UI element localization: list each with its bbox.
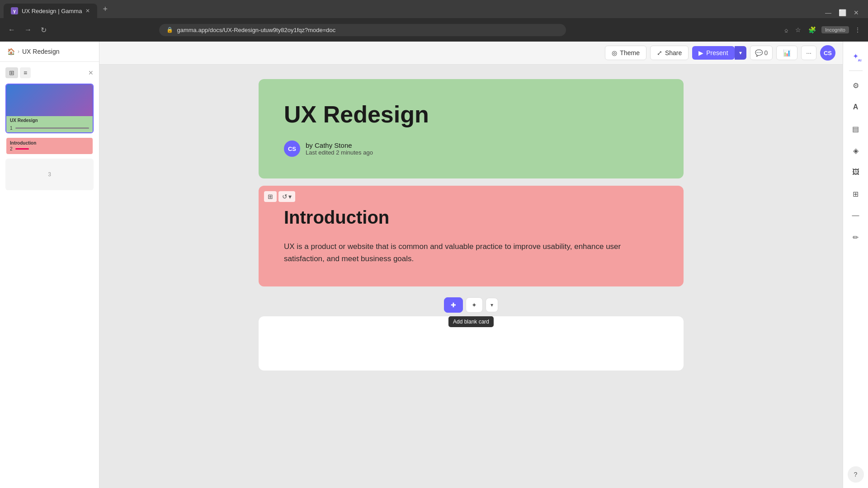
cast-icon[interactable]: ⎐ bbox=[783, 24, 790, 35]
divider-sidebar-button[interactable]: — bbox=[847, 206, 865, 225]
slide-thumb-3[interactable]: 3 bbox=[5, 159, 94, 190]
maximize-button[interactable]: ⬜ bbox=[837, 7, 848, 18]
active-tab: γ UX Redesign | Gamma ✕ bbox=[4, 4, 97, 18]
add-blank-card-button[interactable]: ✚ bbox=[444, 297, 463, 313]
settings-sidebar-button[interactable]: ⚙ bbox=[847, 76, 865, 94]
incognito-badge: Incognito bbox=[821, 26, 849, 33]
breadcrumb-arrow: › bbox=[18, 48, 19, 55]
forward-button[interactable]: → bbox=[22, 24, 34, 36]
slides-panel: ⊞ ≡ ✕ UX Redesign 1 Introduction bbox=[0, 62, 99, 488]
card-author-name: by Cathy Stone bbox=[306, 141, 373, 149]
browser-right-icons: ⎐ ☆ 🧩 Incognito ⋮ bbox=[783, 24, 863, 35]
avatar-initials: CS bbox=[824, 50, 832, 56]
menu-button[interactable]: ⋮ bbox=[853, 24, 863, 35]
present-icon: ▶ bbox=[698, 49, 703, 56]
slide-1-number: 1 bbox=[10, 126, 13, 131]
dropdown-arrow-icon: ▾ bbox=[491, 302, 493, 308]
comment-icon: 💬 bbox=[755, 49, 763, 56]
intro-card: ⊞ ↺ ▾ Introduction UX is a product or we… bbox=[259, 186, 684, 286]
slide-3-number: 3 bbox=[48, 171, 51, 178]
right-sidebar: ✦ AI ⚙ A ▤ ◈ 🖼 ⊞ — ✏ ? bbox=[843, 42, 868, 488]
between-cards-controls: ✚ ✦ ▾ Add blank card bbox=[444, 297, 498, 313]
card-rotate-icon: ↺ bbox=[282, 193, 288, 200]
user-avatar-button[interactable]: CS bbox=[820, 45, 835, 61]
image-sidebar-button[interactable]: 🖼 bbox=[847, 163, 865, 181]
sidebar-divider-1 bbox=[849, 70, 863, 71]
back-button[interactable]: ← bbox=[5, 24, 18, 36]
more-icon: ··· bbox=[806, 49, 811, 56]
slide-thumb-1[interactable]: UX Redesign 1 bbox=[5, 84, 94, 133]
ai-card-icon: ✦ bbox=[472, 301, 477, 309]
toolbar: ◎ Theme ⤢ Share ▶ Present ▾ 💬 0 📊 bbox=[99, 42, 843, 65]
slide-2-num-row: 2 bbox=[10, 146, 89, 151]
share-label: Share bbox=[665, 49, 682, 56]
slide-2-progress bbox=[15, 148, 29, 150]
card-author-avatar: CS bbox=[284, 141, 300, 157]
style-sidebar-button[interactable]: ◈ bbox=[847, 141, 865, 160]
browser-tabs: γ UX Redesign | Gamma ✕ + — ⬜ ✕ bbox=[0, 0, 868, 18]
card-author-info: by Cathy Stone Last edited 2 minutes ago bbox=[306, 141, 373, 156]
slide-2-number: 2 bbox=[10, 146, 13, 151]
browser-chrome: γ UX Redesign | Gamma ✕ + — ⬜ ✕ ← → ↻ 🔒 … bbox=[0, 0, 868, 42]
present-button[interactable]: ▶ Present bbox=[692, 46, 734, 60]
slide-1-progress bbox=[15, 127, 89, 129]
refresh-button[interactable]: ↻ bbox=[38, 24, 49, 36]
present-label: Present bbox=[706, 49, 728, 56]
home-icon[interactable]: 🏠 bbox=[7, 48, 15, 55]
card-menu-button[interactable]: ⊞ bbox=[264, 191, 277, 202]
present-dropdown-button[interactable]: ▾ bbox=[735, 46, 746, 60]
grid-view-button[interactable]: ⊞ bbox=[5, 67, 18, 78]
slide-thumb-2[interactable]: Introduction 2 bbox=[5, 137, 94, 155]
slide-2-content: Introduction 2 bbox=[6, 138, 93, 154]
theme-label: Theme bbox=[620, 49, 640, 56]
slide-1-label: UX Redesign bbox=[6, 116, 93, 125]
share-icon: ⤢ bbox=[657, 49, 662, 56]
add-card-dropdown-button[interactable]: ▾ bbox=[486, 298, 498, 312]
close-window-button[interactable]: ✕ bbox=[852, 7, 861, 18]
slide-1-title: UX Redesign bbox=[10, 118, 89, 123]
image-icon: 🖼 bbox=[852, 168, 859, 176]
settings-icon: ⚙ bbox=[853, 81, 859, 90]
url-text: gamma.app/docs/UX-Redesign-utuw9ty82oy1f… bbox=[177, 27, 335, 33]
intro-card-body: UX is a product or website that is commo… bbox=[284, 240, 627, 265]
cards-container: UX Redesign CS by Cathy Stone Last edite… bbox=[99, 65, 843, 392]
tab-title: UX Redesign | Gamma bbox=[22, 8, 82, 14]
chart-button[interactable]: 📊 bbox=[776, 46, 797, 60]
close-panel-button[interactable]: ✕ bbox=[88, 69, 94, 76]
text-icon: A bbox=[853, 103, 859, 111]
card-title: UX Redesign bbox=[284, 101, 658, 128]
tab-close-button[interactable]: ✕ bbox=[85, 8, 90, 14]
table-sidebar-button[interactable]: ⊞ bbox=[847, 185, 865, 203]
text-sidebar-button[interactable]: A bbox=[847, 98, 865, 116]
help-icon: ? bbox=[854, 471, 858, 478]
share-button[interactable]: ⤢ Share bbox=[650, 46, 689, 60]
breadcrumb-current: UX Redesign bbox=[22, 48, 60, 55]
draw-sidebar-button[interactable]: ✏ bbox=[847, 228, 865, 246]
new-tab-button[interactable]: + bbox=[99, 3, 111, 16]
slide-1-preview-image bbox=[6, 84, 93, 116]
card-rotate-arrow: ▾ bbox=[288, 193, 292, 200]
ai-sidebar-button[interactable]: ✦ AI bbox=[847, 47, 865, 65]
address-bar[interactable]: 🔒 gamma.app/docs/UX-Redesign-utuw9ty82oy… bbox=[159, 24, 566, 36]
comment-button[interactable]: 💬 0 bbox=[750, 46, 773, 60]
card-toolbar: ⊞ ↺ ▾ bbox=[264, 191, 295, 202]
title-card: UX Redesign CS by Cathy Stone Last edite… bbox=[259, 79, 684, 178]
card-author: CS by Cathy Stone Last edited 2 minutes … bbox=[284, 141, 658, 157]
left-panel: 🏠 › UX Redesign ⊞ ≡ ✕ UX Redesign 1 bbox=[0, 42, 99, 488]
card-rotate-button[interactable]: ↺ ▾ bbox=[278, 191, 295, 202]
tab-favicon: γ bbox=[11, 7, 18, 14]
list-view-button[interactable]: ≡ bbox=[20, 67, 31, 78]
minimize-button[interactable]: — bbox=[823, 7, 833, 18]
app-wrapper: 🏠 › UX Redesign ⊞ ≡ ✕ UX Redesign 1 bbox=[0, 42, 868, 488]
ai-card-button[interactable]: ✦ bbox=[466, 297, 483, 313]
more-button[interactable]: ··· bbox=[801, 46, 816, 60]
layout-sidebar-button[interactable]: ▤ bbox=[847, 120, 865, 138]
bookmark-star-icon[interactable]: ☆ bbox=[793, 24, 803, 35]
chart-icon: 📊 bbox=[783, 49, 791, 56]
layout-icon: ▤ bbox=[852, 125, 859, 133]
help-button[interactable]: ? bbox=[848, 466, 864, 483]
main-content: ◎ Theme ⤢ Share ▶ Present ▾ 💬 0 📊 bbox=[99, 42, 843, 488]
breadcrumb: 🏠 › UX Redesign bbox=[0, 42, 99, 62]
extensions-icon[interactable]: 🧩 bbox=[807, 24, 818, 35]
theme-button[interactable]: ◎ Theme bbox=[605, 46, 646, 60]
